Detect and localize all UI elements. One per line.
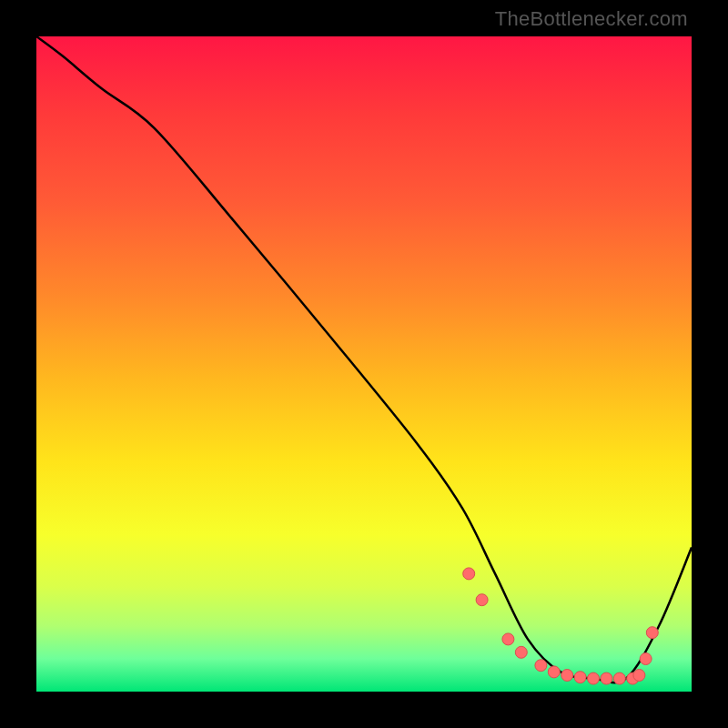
- curve-marker: [633, 670, 645, 682]
- curve-marker: [535, 660, 547, 672]
- curve-markers: [463, 568, 659, 684]
- curve-marker: [476, 594, 488, 606]
- chart-frame: TheBottlenecker.com: [0, 0, 728, 728]
- plot-area: [36, 36, 692, 692]
- curve-marker: [601, 672, 612, 684]
- curve-marker: [640, 653, 652, 665]
- attribution-text: TheBottlenecker.com: [495, 7, 688, 31]
- curve-marker: [646, 627, 658, 639]
- curve-marker: [463, 568, 475, 580]
- curve-marker: [515, 646, 527, 658]
- curve-marker: [588, 672, 600, 684]
- curve-layer: [36, 36, 692, 692]
- curve-marker: [502, 633, 514, 645]
- bottleneck-curve: [36, 36, 692, 682]
- curve-marker: [613, 672, 625, 684]
- curve-marker: [561, 670, 573, 682]
- curve-marker: [574, 672, 586, 683]
- curve-marker: [548, 666, 560, 678]
